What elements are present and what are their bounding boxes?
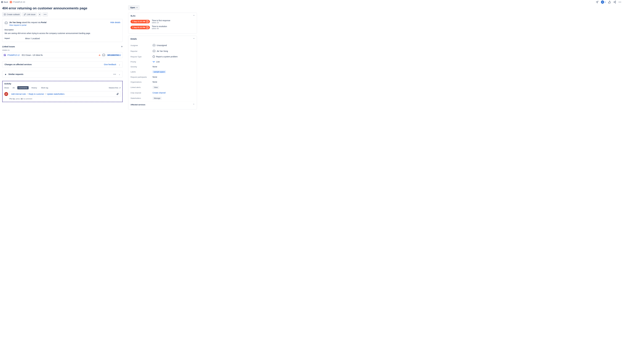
- severity-field[interactable]: None: [153, 65, 157, 68]
- add-linked-issue-button[interactable]: +: [121, 45, 123, 48]
- sla-title: Time to first response: [152, 19, 170, 21]
- reply-to-customer-link[interactable]: Reply to customer: [29, 93, 44, 95]
- issue-key-link[interactable]: ITSAMPLE-20: [10, 1, 25, 3]
- sort-icon: ↓≡: [119, 87, 121, 89]
- impact-label: Impact: [4, 37, 25, 40]
- tab-history[interactable]: History: [30, 86, 38, 89]
- linked-issue-row[interactable]: ITSAMPLE-12 EC2 Down - US West fix IMPLE…: [2, 52, 123, 58]
- manage-stakeholders-button[interactable]: Manage: [153, 97, 162, 100]
- hide-details-link[interactable]: Hide details: [110, 21, 120, 23]
- eye-icon: [601, 0, 604, 3]
- create-subtask-button[interactable]: Create subtask: [2, 12, 21, 17]
- view-in-portal-link[interactable]: View request in portal: [9, 24, 46, 26]
- description-text: We are seeing 404 errors when trying to …: [4, 32, 120, 34]
- chevron-up-icon[interactable]: ⌃: [193, 104, 195, 106]
- feedback-icon[interactable]: [596, 1, 599, 3]
- sla-detail: within 2h: [152, 21, 170, 24]
- back-label: Back: [4, 1, 8, 3]
- reporter-field[interactable]: Jie Yan Song: [153, 50, 168, 53]
- priority-field[interactable]: Low: [153, 61, 160, 63]
- status-dropdown[interactable]: Open: [128, 5, 139, 10]
- linked-status-button[interactable]: IMPLEMENTING: [107, 54, 121, 56]
- slas-header: SLAs: [131, 15, 135, 17]
- svg-point-11: [154, 50, 155, 51]
- update-stakeholders-link[interactable]: Update stakeholders: [47, 93, 64, 95]
- similar-more-icon[interactable]: [113, 73, 116, 75]
- alerts-label: Linked alerts: [131, 86, 153, 88]
- link-issue-button[interactable]: Link issue: [22, 12, 37, 17]
- changes-title: Changes on affected services: [4, 63, 32, 65]
- share-icon[interactable]: [613, 1, 616, 3]
- show-label: Show:: [4, 87, 9, 89]
- chevron-down-icon: ⌄: [119, 73, 120, 75]
- add-internal-note-link[interactable]: Add internal note: [11, 93, 26, 95]
- comment-input[interactable]: Add internal note / Reply to customer / …: [9, 91, 121, 97]
- watch-button[interactable]: 1: [601, 0, 606, 3]
- clock-icon: [146, 26, 149, 29]
- sla-title: Time to resolution: [152, 25, 167, 27]
- description-label: Description: [4, 29, 120, 31]
- reqpart-field[interactable]: None: [153, 76, 157, 78]
- issue-type-icon: [10, 1, 12, 3]
- assignee-field[interactable]: Unassigned: [153, 44, 167, 47]
- reqtype-label: Request Type: [131, 56, 153, 58]
- back-button[interactable]: Back: [1, 1, 8, 3]
- clock-icon: [146, 20, 149, 23]
- priority-icon: [98, 54, 101, 56]
- assignee-label: Assignee: [131, 44, 153, 46]
- sla-badge: 7 Sep 01:23 PM: [131, 26, 150, 29]
- watch-count: 1: [604, 1, 606, 3]
- reqpart-label: Request participants: [131, 76, 153, 78]
- reqtype-field[interactable]: Report a system problem: [153, 55, 178, 58]
- issue-title: 404 error returning on customer announce…: [2, 5, 123, 12]
- sort-button[interactable]: Newest first ↓≡: [109, 87, 121, 89]
- labels-field[interactable]: sample-space: [153, 70, 166, 73]
- priority-label: Priority: [131, 61, 153, 63]
- link-dropdown-button[interactable]: ▾: [38, 12, 41, 17]
- attachment-icon[interactable]: [116, 93, 119, 95]
- svg-point-1: [614, 2, 615, 2]
- linked-relation: relates to: [2, 49, 123, 51]
- requestor-name: Jie Yan Song: [9, 21, 21, 23]
- svg-point-5: [6, 22, 7, 23]
- tab-comments[interactable]: Comments: [17, 86, 29, 89]
- toolbar-more-button[interactable]: [43, 12, 48, 17]
- orgs-field[interactable]: None: [153, 81, 157, 83]
- chevron-up-icon[interactable]: ⌃: [193, 38, 195, 40]
- linked-issue-title: EC2 Down - US West fix: [22, 54, 43, 56]
- svg-point-9: [154, 44, 155, 45]
- give-feedback-link[interactable]: Give feedback: [104, 63, 116, 65]
- details-header: Details: [131, 38, 137, 40]
- linked-type-icon: [4, 54, 6, 56]
- create-channel-link[interactable]: Create channel: [153, 92, 166, 94]
- issue-key-text: ITSAMPLE-20: [13, 1, 25, 3]
- svg-point-7: [103, 54, 104, 55]
- similar-requests-panel[interactable]: Similar requests ⌄: [2, 71, 123, 78]
- requestor-avatar: [4, 21, 8, 25]
- labels-label: Labels: [131, 71, 153, 73]
- more-actions-icon[interactable]: [619, 1, 621, 3]
- linked-assignee-avatar: [102, 53, 105, 57]
- sla-badge: 7 Sep 11:23 AM: [131, 20, 150, 23]
- tab-worklog[interactable]: Work log: [40, 86, 49, 89]
- sla-detail: within 4h: [152, 27, 167, 30]
- chevron-up-icon[interactable]: ⌃: [193, 15, 195, 17]
- key-hint: M: [20, 98, 23, 100]
- back-icon: [1, 1, 3, 3]
- tab-all[interactable]: All: [11, 86, 16, 89]
- changes-panel[interactable]: Changes on affected services Give feedba…: [2, 61, 123, 68]
- stakeholders-label: Stakeholders: [131, 97, 153, 99]
- request-card: Jie Yan Song raised this request via Por…: [2, 19, 123, 42]
- chevron-down-icon: ⌄: [119, 63, 120, 65]
- svg-point-0: [615, 1, 616, 2]
- affected-services-label: Affected services: [131, 104, 153, 106]
- orgs-label: Organizations: [131, 81, 153, 83]
- severity-label: Severity: [131, 66, 153, 68]
- current-user-avatar: LK: [4, 92, 8, 96]
- activity-header: Activity: [4, 83, 121, 85]
- similar-title: Similar requests: [8, 73, 23, 75]
- sparkle-icon: [4, 73, 7, 75]
- like-icon[interactable]: [608, 1, 611, 3]
- activity-section: Activity Show: All Comments History Work…: [2, 81, 123, 102]
- view-alerts-button[interactable]: View: [153, 86, 159, 89]
